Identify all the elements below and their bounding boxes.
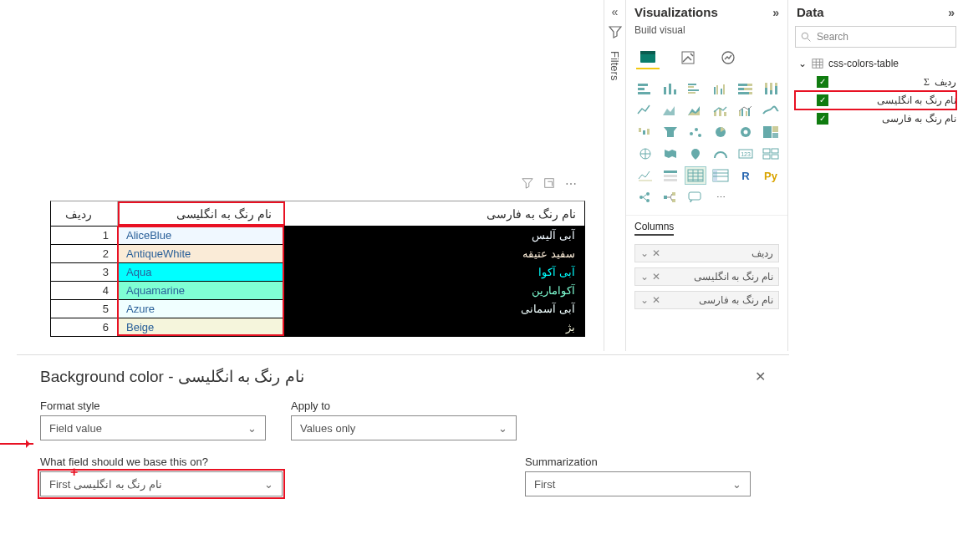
viz-treemap-icon[interactable]	[760, 123, 782, 141]
checkbox-checked-icon[interactable]: ✓	[817, 94, 828, 106]
svg-rect-16	[721, 89, 722, 94]
table-visual[interactable]: ⋯ ردیف نام رنگ به انگلیسی نام رنگ به فار…	[50, 201, 585, 337]
field-row-fa[interactable]: نام رنگ به فارسی ✓	[795, 109, 956, 128]
header-row[interactable]: ردیف	[51, 201, 118, 226]
table-row[interactable]: 4Aquamarineآکوامارین	[51, 282, 584, 300]
dropdown-value: Field value	[49, 422, 102, 435]
chevron-down-icon: ⌄	[247, 422, 257, 435]
search-input[interactable]: Search	[795, 26, 956, 48]
field-row-en[interactable]: نام رنگ به انگلیسی ✓	[795, 91, 956, 109]
viz-map-icon[interactable]	[634, 145, 656, 163]
viz-more-icon[interactable]: ⋯	[710, 188, 731, 206]
viz-decomposition-icon[interactable]	[660, 188, 681, 206]
filters-icon[interactable]	[609, 25, 622, 41]
svg-rect-67	[672, 199, 675, 202]
viz-stacked-bar-icon[interactable]	[634, 79, 656, 98]
field-well-label: نام رنگ به فارسی	[699, 294, 773, 306]
dropdown-value: First نام رنگ به انگلیسی	[49, 478, 162, 491]
field-well-row[interactable]: ردیف ⌄✕	[634, 244, 779, 262]
columns-tab[interactable]: Columns	[634, 221, 674, 236]
filters-label[interactable]: Filters	[609, 51, 621, 80]
viz-matrix-icon[interactable]	[710, 166, 731, 185]
focus-icon[interactable]	[543, 177, 555, 191]
table-row[interactable]: 3Aquaآبی آکوا	[51, 263, 584, 282]
viz-waterfall-icon[interactable]	[634, 123, 656, 141]
viz-multi-card-icon[interactable]	[760, 145, 782, 163]
field-row[interactable]: ردیف Σ ✓	[795, 73, 956, 91]
table-row[interactable]: 5Azureآبی آسمانی	[51, 300, 584, 318]
viz-python-icon[interactable]: Py	[760, 166, 782, 185]
field-label: ردیف	[935, 76, 956, 88]
svg-rect-10	[688, 84, 696, 85]
cell-en: AntiqueWhite	[118, 245, 285, 263]
close-icon[interactable]: ✕	[755, 369, 766, 384]
viz-donut-icon[interactable]	[735, 123, 757, 141]
header-en[interactable]: نام رنگ به انگلیسی	[118, 201, 285, 226]
viz-qa-icon[interactable]	[685, 188, 706, 206]
viz-clustered-column-icon[interactable]	[710, 79, 731, 98]
chevron-down-icon[interactable]: ⌄	[640, 294, 649, 306]
viz-table-icon[interactable]	[685, 166, 706, 185]
viz-funnel-icon[interactable]	[660, 123, 681, 141]
analytics-tab-icon[interactable]	[716, 46, 740, 69]
viz-pie-icon[interactable]	[710, 123, 731, 141]
table-row[interactable]: 2AntiqueWhiteسفید عتیقه	[51, 245, 584, 263]
viz-100-bar-icon[interactable]	[735, 79, 757, 98]
viz-card-icon[interactable]: 123	[735, 145, 757, 163]
viz-100-column-icon[interactable]	[760, 79, 782, 98]
viz-ribbon-icon[interactable]	[760, 101, 782, 120]
table-icon	[812, 58, 823, 69]
data-pane: Data » Search ⌄ css-colors-table ردیف Σ …	[787, 0, 963, 351]
format-visual-tab-icon[interactable]	[676, 46, 700, 69]
chevron-down-icon: ⌄	[498, 422, 507, 435]
viz-filled-map-icon[interactable]	[660, 145, 681, 163]
header-fa[interactable]: نام رنگ به فارسی	[285, 201, 584, 226]
apply-to-dropdown[interactable]: Values only ⌄	[291, 415, 517, 440]
viz-clustered-bar-icon[interactable]	[685, 79, 706, 98]
field-well-fa[interactable]: نام رنگ به فارسی ⌄✕	[634, 291, 779, 309]
viz-line-clustered-icon[interactable]	[735, 101, 757, 120]
viz-r-icon[interactable]: R	[735, 166, 757, 185]
field-well-en[interactable]: نام رنگ به انگلیسی ⌄✕	[634, 267, 779, 286]
svg-rect-9	[674, 89, 676, 94]
viz-line-stacked-icon[interactable]	[710, 101, 731, 120]
chevron-down-icon[interactable]: ⌄	[640, 271, 649, 283]
build-visual-tab-icon[interactable]	[636, 46, 660, 69]
table-container: ردیف نام رنگ به انگلیسی نام رنگ به فارسی…	[50, 201, 585, 337]
collapse-icon[interactable]: »	[948, 6, 955, 19]
table-node[interactable]: ⌄ css-colors-table	[795, 54, 956, 73]
remove-icon[interactable]: ✕	[652, 271, 660, 283]
viz-scatter-icon[interactable]	[685, 123, 706, 141]
more-icon[interactable]: ⋯	[565, 177, 577, 191]
expand-left-icon[interactable]: «	[612, 5, 619, 18]
svg-rect-15	[716, 85, 718, 94]
annotation-plus: +	[70, 465, 78, 480]
checkbox-checked-icon[interactable]: ✓	[817, 76, 828, 88]
checkbox-checked-icon[interactable]: ✓	[817, 113, 828, 125]
viz-stacked-column-icon[interactable]	[660, 79, 681, 98]
viz-kpi-icon[interactable]	[634, 166, 656, 185]
table-row[interactable]: 6Beigeبژ	[51, 318, 584, 337]
sigma-icon: Σ	[924, 76, 930, 89]
collapse-icon[interactable]: »	[772, 6, 779, 19]
build-visual-label: Build visual	[634, 24, 685, 36]
viz-slicer-icon[interactable]	[660, 166, 681, 185]
summarization-dropdown[interactable]: First ⌄	[525, 471, 751, 496]
viz-line-icon[interactable]	[634, 101, 656, 120]
viz-key-influencers-icon[interactable]	[634, 188, 656, 206]
viz-gauge-icon[interactable]	[710, 145, 731, 163]
svg-rect-65	[664, 196, 667, 199]
remove-icon[interactable]: ✕	[652, 294, 660, 306]
svg-rect-56	[664, 171, 677, 173]
filter-icon[interactable]	[522, 177, 533, 191]
viz-azure-map-icon[interactable]	[685, 145, 706, 163]
svg-rect-47	[772, 126, 778, 132]
remove-icon[interactable]: ✕	[652, 247, 660, 259]
chevron-down-icon[interactable]: ⌄	[640, 247, 649, 259]
format-style-dropdown[interactable]: Field value ⌄	[40, 415, 266, 440]
table-row[interactable]: 1AliceBlueآبی آلیس	[51, 227, 584, 245]
viz-area-icon[interactable]	[660, 101, 681, 120]
search-placeholder: Search	[817, 31, 848, 43]
dialog-title: Background color - نام رنگ به انگلیسی	[40, 367, 304, 386]
viz-stacked-area-icon[interactable]	[685, 101, 706, 120]
